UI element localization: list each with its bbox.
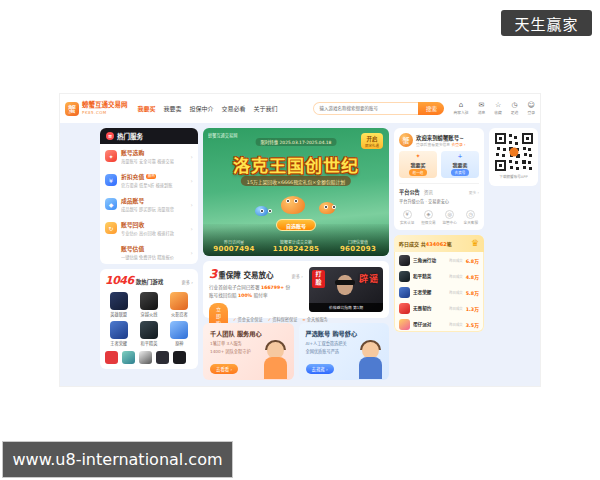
mascot-girl-illustration [260, 342, 290, 380]
ranking-game-name: 王者荣耀 [413, 289, 446, 295]
recycle-icon: ↻ [105, 222, 117, 234]
game-label: 原神 [175, 340, 183, 346]
service-account-recycle[interactable]: ↻ 账号回收 专业估价 高价回收 极速打款 › [100, 216, 198, 240]
browse-button[interactable]: 逛一逛 [409, 169, 428, 176]
trust-service[interactable]: ◷全天客服 [464, 210, 478, 226]
ranking-row[interactable]: 和平精英 昨日成交 4.8万 [394, 268, 484, 284]
nav-item-about[interactable]: 关于我们 [254, 104, 278, 113]
game-item[interactable]: 原神 [166, 321, 193, 346]
stat-visits: 昨日访问量 90007494 [203, 239, 265, 253]
hot-games-panel: 1046 款热门游戏 更多 › 英雄联盟 穿越火线 火影忍者 王者荣耀 和平精英… [100, 269, 198, 369]
sell-button[interactable]: 去卖号 [451, 169, 470, 176]
welcome-subtext: 登录后查看更多信息 去登录 › [416, 142, 466, 147]
guarantee-more-link[interactable]: 更多 › [292, 273, 303, 279]
banner-pill-button[interactable]: 自选账号 [276, 219, 316, 231]
ranking-game-name: 无畏契约 [413, 305, 446, 311]
search-button[interactable]: 搜索 [418, 102, 444, 115]
game-icon-small[interactable] [105, 351, 118, 364]
ranking-title: 昨日成交 共434062笔 [399, 240, 452, 247]
service-finished-account[interactable]: ◆ 成品账号热卖 成品靓号 即买即玩 海量现货 › [100, 192, 198, 216]
chevron-right-icon: › [191, 225, 193, 232]
ranking-title-pre: 昨日成交 共 [399, 241, 426, 247]
crab-mascot-icon [281, 196, 305, 214]
clock-icon: ◷ [466, 210, 475, 219]
games-more-link[interactable]: 更多 › [182, 279, 193, 285]
logo-domain: PK85.COM [82, 110, 128, 115]
nav-item-escrow[interactable]: 担保中介 [190, 104, 214, 113]
stat-value: 90007494 [203, 245, 265, 253]
game-label: 王者荣耀 [110, 340, 127, 346]
game-item[interactable]: 穿越火线 [135, 292, 162, 317]
game-icon [140, 321, 158, 339]
check-label: 资料保密保证 [272, 317, 297, 322]
nav-item-buy[interactable]: 我要买 [138, 104, 156, 113]
game-icon [110, 321, 128, 339]
service-desc: 成品靓号 即买即玩 海量现货 [121, 206, 187, 212]
trust-supervision[interactable]: ◎监管中心 [442, 210, 456, 226]
trust-real-name[interactable]: ¥实名认证 [400, 210, 414, 226]
quick-label: 消息 [478, 110, 486, 115]
ranking-row-value: 6.8万 [466, 257, 479, 264]
game-icon-small[interactable] [139, 351, 152, 364]
history-link[interactable]: ◷ 足迹 [511, 102, 519, 115]
promo-team-button[interactable]: 去看看 › [210, 364, 238, 374]
id-icon: ¥ [403, 210, 412, 219]
tab-news[interactable]: 资讯 [424, 189, 433, 195]
service-discount-topup[interactable]: ¥ 折扣充值最热 官方渠道 低至5折 极速到账 › [100, 168, 198, 192]
game-icon [399, 287, 410, 298]
messages-link[interactable]: ✉ 消息 [478, 102, 486, 115]
tab-announcements[interactable]: 平台公告 [399, 188, 420, 195]
game-item[interactable]: 英雄联盟 [105, 292, 132, 317]
site-logo[interactable]: 蟹 螃蟹互通交易网 PK85.COM [65, 102, 128, 116]
favorites-link[interactable]: ☆ 收藏 [494, 102, 502, 115]
chevron-right-icon: › [191, 177, 193, 184]
fire-icon: ≡ [106, 132, 114, 140]
ranking-row-value: 3.5万 [466, 321, 479, 328]
game-item[interactable]: 和平精英 [135, 321, 162, 346]
ranking-row[interactable]: 无畏契约 昨日成交 1.3万 [394, 300, 484, 316]
user-icon: ☺ [528, 102, 535, 109]
trust-escrow[interactable]: ◈担保交易 [421, 210, 435, 226]
game-icon [399, 303, 410, 314]
nav-item-guide[interactable]: 交易必看 [222, 104, 246, 113]
service-account-buy[interactable]: ✦ 账号选购 海量账号 安全可靠 极速交易 › [100, 144, 198, 168]
ranking-row[interactable]: 王者荣耀 昨日成交 5.8万 [394, 284, 484, 300]
sell-mini-card[interactable]: + 我要卖 去卖号 [441, 151, 479, 178]
welcome-panel: 蟹 欢迎来到螃蟹账号~ 登录后查看更多信息 去登录 › ✦ 我要买 逛一逛 [394, 128, 484, 230]
ranking-row[interactable]: 蛋仔派对 昨日成交 3.5万 [394, 316, 484, 332]
contract-stat-line: 行业首创电子合同已签署 166799+ 份 [209, 284, 303, 290]
contract-count: 166799+ [261, 285, 284, 290]
logo-title: 螃蟹互通交易网 [82, 102, 128, 110]
service-desc: 官方渠道 低至5折 极速到账 [121, 182, 187, 188]
service-account-valuation[interactable]: ◉ 账号估值免费 一键估值 免费评估 精准报价 › [100, 240, 198, 264]
service-badge: 免费 [146, 246, 156, 251]
check-247-service: ∞全天候服务 [302, 316, 327, 322]
line-text: 行业首创电子合同已签署 [209, 285, 261, 290]
game-icon-small[interactable] [122, 351, 135, 364]
merchant-join-link[interactable]: ⌂ 商家入驻 [453, 102, 468, 115]
promo-card-curated[interactable]: 严选账号 购号舒心 AI+人工双重筛选把关 全网优质账号严选 去逛逛 › [299, 323, 390, 380]
login-link[interactable]: ☺ 登录 [527, 102, 535, 115]
buy-mini-card[interactable]: ✦ 我要买 逛一逛 [399, 151, 437, 178]
stat-value: 110824285 [265, 245, 327, 253]
announcements-more-link[interactable]: 更多 › [469, 190, 479, 195]
login-cta-link[interactable]: 去登录 › [451, 142, 465, 147]
pet-mascot-icon [255, 206, 268, 216]
video-thumbnail[interactable]: 打脸 辟谣 价格避坑指南 第1期 [309, 267, 383, 312]
ranking-row-label: 昨日成交 [449, 306, 463, 311]
search-bar: 搜索 [313, 102, 444, 115]
game-icon-small[interactable] [173, 351, 186, 364]
announcement-item[interactable]: 平台升级公告 · 交易更安心 [399, 198, 479, 204]
ranking-row[interactable]: 三角洲行动 昨日成交 6.8万 [394, 252, 484, 268]
game-icon [399, 255, 410, 266]
trust-label: 监管中心 [442, 220, 456, 225]
game-icon-small[interactable] [156, 351, 169, 364]
promo-curated-button[interactable]: 去逛逛 › [306, 364, 334, 374]
hero-banner[interactable]: 螃蟹互通交易网 限时特惠 2025.03.17-2025.04.18 开启 限定… [203, 128, 389, 256]
game-item[interactable]: 火影忍者 [166, 292, 193, 317]
nav-item-sell[interactable]: 我要卖 [164, 104, 182, 113]
quick-label: 足迹 [511, 110, 519, 115]
game-item[interactable]: 王者荣耀 [105, 321, 132, 346]
promo-card-team[interactable]: 千人团队 服务用心 1笔订单 3人服务 1400+ 团队全程守护 去看看 › [203, 323, 294, 380]
search-input[interactable] [313, 102, 418, 115]
